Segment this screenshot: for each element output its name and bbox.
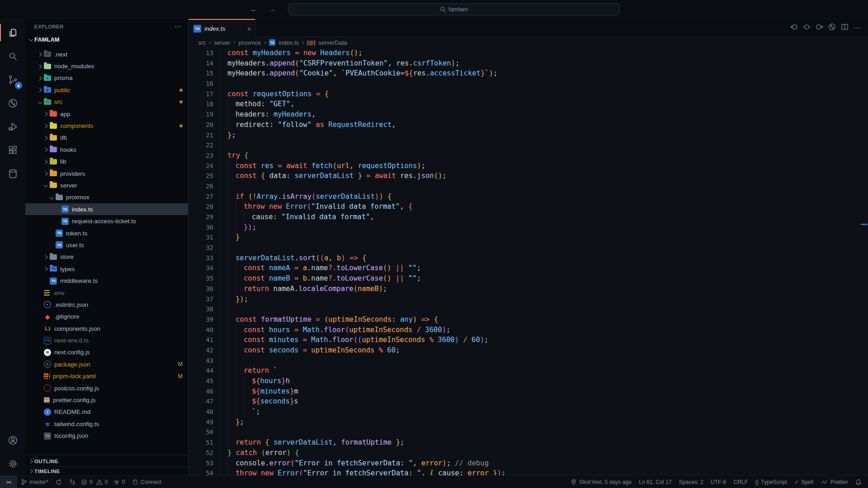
code-line-17[interactable]: 17const requestOptions = { (189, 89, 868, 99)
tree-item-app[interactable]: app (25, 108, 188, 120)
code-line-47[interactable]: 47${seconds}s (189, 396, 868, 407)
code-line-15[interactable]: 15myHeaders.append("Cookie", `PVEAuthCoo… (189, 68, 868, 79)
source-control-icon[interactable]: 6 (0, 68, 25, 91)
code-line-38[interactable]: 38 (189, 304, 868, 314)
branch-circle-icon[interactable] (828, 23, 836, 33)
code-line-45[interactable]: 45${hours}h (189, 376, 868, 386)
timeline-section-header[interactable]: TIMELINE (25, 467, 188, 475)
command-center-search[interactable]: famlam (288, 3, 620, 15)
tree-item-.eslintrc.json[interactable]: ●.eslintrc.json (25, 299, 188, 310)
account-icon[interactable] (0, 428, 25, 452)
tree-item-node-modules[interactable]: node_modules (25, 60, 188, 72)
code-line-19[interactable]: 19headers: myHeaders, (189, 109, 868, 120)
explorer-icon[interactable] (0, 21, 25, 44)
tree-item-token.ts[interactable]: TStoken.ts (25, 227, 188, 239)
breadcrumb-item-server[interactable]: server (214, 39, 230, 46)
code-line-29[interactable]: 29cause: "Invalid data format", (189, 212, 868, 222)
tree-item-public[interactable]: ⊕public (25, 84, 188, 96)
tree-item-proxmox[interactable]: proxmox (25, 192, 188, 203)
code-line-48[interactable]: 48`; (189, 407, 868, 417)
code-line-31[interactable]: 31} (189, 232, 868, 243)
breadcrumb-item-index.ts[interactable]: index.ts (278, 39, 299, 46)
tree-item-lib[interactable]: lib (25, 156, 188, 168)
tree-item-README.md[interactable]: iREADME.md (25, 406, 188, 418)
code-line-27[interactable]: 27if (!Array.isArray(serverDataList)) { (189, 192, 868, 202)
code-line-18[interactable]: 18method: "GET", (189, 99, 868, 109)
code-line-24[interactable]: 24const res = await fetch(url, requestOp… (189, 161, 868, 171)
history-forward-button[interactable]: → (269, 5, 276, 14)
code-line-26[interactable]: 26 (189, 181, 868, 192)
settings-icon[interactable] (0, 452, 25, 475)
code-line-42[interactable]: 42const seconds = uptimeInSeconds % 60; (189, 345, 868, 356)
tree-item-db[interactable]: db (25, 132, 188, 144)
code-line-52[interactable]: 52} catch (error) { (189, 448, 868, 458)
code-line-34[interactable]: 34const nameA = a.name?.toLowerCase() ||… (189, 263, 868, 273)
code-line-32[interactable]: 32 (189, 243, 868, 253)
run-debug-icon[interactable] (0, 115, 25, 138)
code-line-16[interactable]: 16 (189, 79, 868, 89)
tree-item-next-env.d.ts[interactable]: TSnext-env.d.ts (25, 334, 188, 346)
tree-item-providers[interactable]: providers (25, 168, 188, 179)
code-line-40[interactable]: 40const hours = Math.floor(uptimeInSecon… (189, 325, 868, 335)
tree-item-.next[interactable]: N.next (25, 48, 188, 60)
tab-index-ts[interactable]: TS index.ts × (189, 19, 255, 37)
status-git-blame[interactable]: SlickYeet, 5 days ago (567, 476, 635, 488)
tree-item-store[interactable]: store (25, 251, 188, 263)
code-line-13[interactable]: 13const myHeaders = new Headers(); (189, 48, 868, 58)
tree-item-components[interactable]: components (25, 120, 188, 131)
tree-item-prettier.config.js[interactable]: prettier.config.js (25, 394, 188, 406)
search-icon[interactable] (0, 44, 25, 68)
status-language-mode[interactable]: {}TypeScript (751, 476, 791, 488)
code-line-41[interactable]: 41const minutes = Math.floor((uptimeInSe… (189, 335, 868, 345)
tree-item-.gitignore[interactable]: ◆.gitignore (25, 311, 188, 323)
tree-item-tsconfig.json[interactable]: TStsconfig.json (25, 430, 188, 442)
tree-item-tailwind.config.ts[interactable]: ≈tailwind.config.ts (25, 418, 188, 430)
code-line-50[interactable]: 50 (189, 427, 868, 437)
code-line-28[interactable]: 28throw new Error("Invalid data format",… (189, 202, 868, 212)
status-git-branch[interactable]: master* (17, 476, 52, 488)
extensions-icon[interactable] (0, 138, 25, 162)
status-git-sync[interactable] (52, 476, 66, 488)
history-back-button[interactable]: ← (250, 5, 258, 14)
code-line-20[interactable]: 20redirect: "follow" as RequestRedirect, (189, 120, 868, 130)
code-line-25[interactable]: 25const { data: serverDataList } = await… (189, 171, 868, 181)
tree-item-postcss.config.js[interactable]: ◦postcss.config.js (25, 382, 188, 394)
code-line-33[interactable]: 33serverDataList.sort((a, b) => { (189, 253, 868, 263)
status-errors[interactable]: 0 (79, 476, 94, 488)
code-line-21[interactable]: 21}; (189, 130, 868, 141)
tree-item-user.ts[interactable]: TSuser.ts (25, 239, 188, 251)
code-line-14[interactable]: 14myHeaders.append("CSRFPreventionToken"… (189, 58, 868, 69)
code-line-43[interactable]: 43 (189, 356, 868, 366)
tree-item-index.ts[interactable]: TSindex.ts (25, 203, 188, 215)
status-spell-checker[interactable]: ✓Spell (791, 476, 817, 488)
outline-section-header[interactable]: OUTLINE (25, 455, 188, 467)
tree-item-middleware.ts[interactable]: TSmiddleware.ts (25, 275, 188, 286)
explorer-more-actions[interactable]: ⋯ (175, 23, 182, 31)
breadcrumb-item-proxmox[interactable]: proxmox (238, 39, 261, 46)
dash-circle-icon[interactable] (803, 23, 811, 33)
code-line-51[interactable]: 51return { serverDataList, formatUptime … (189, 437, 868, 448)
code-line-44[interactable]: 44return ` (189, 366, 868, 376)
split-icon[interactable] (841, 23, 849, 33)
back-circle-icon[interactable] (790, 23, 798, 33)
code-line-36[interactable]: 36return nameA.localeCompare(nameB); (189, 284, 868, 294)
code-line-30[interactable]: 30}); (189, 222, 868, 233)
breadcrumb-item-src[interactable]: src (198, 39, 206, 46)
code-line-39[interactable]: 39const formatUptime = (uptimeInSeconds:… (189, 314, 868, 325)
status-cursor-position[interactable]: Ln 61, Col 17 (635, 476, 675, 488)
code-editor[interactable]: 13const myHeaders = new Headers();14myHe… (189, 48, 868, 475)
tree-item-prisma[interactable]: ▲prisma (25, 72, 188, 84)
status-eol[interactable]: CRLF (730, 476, 751, 488)
code-line-46[interactable]: 46${minutes}m (189, 386, 868, 397)
code-line-49[interactable]: 49}; (189, 417, 868, 427)
tree-item-server[interactable]: server (25, 179, 188, 191)
status-prettier[interactable]: ✓✓Prettier (817, 476, 852, 488)
status-encoding[interactable]: UTF-8 (707, 476, 730, 488)
tree-item-package.json[interactable]: jspackage.jsonM (25, 358, 188, 370)
database-icon[interactable] (0, 162, 25, 185)
code-line-23[interactable]: 23try { (189, 150, 868, 161)
code-line-54[interactable]: 54throw new Error("Error in fetchServerD… (189, 468, 868, 475)
status-db-connect[interactable]: Connect (128, 476, 165, 488)
breadcrumb-item-serverData[interactable]: serverData (318, 39, 347, 46)
status-remote-indicator[interactable]: >< (0, 476, 17, 488)
